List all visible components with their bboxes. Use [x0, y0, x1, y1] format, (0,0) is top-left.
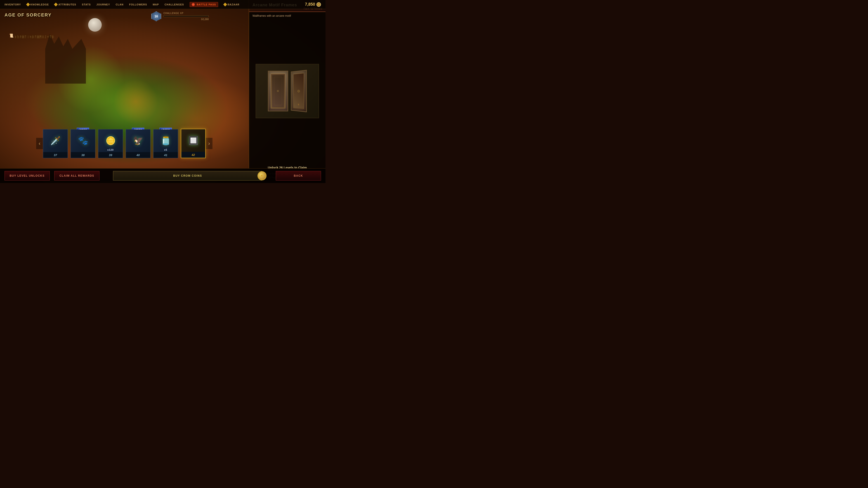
nav-inventory[interactable]: INVENTORY: [4, 3, 21, 6]
card-quantity-41: x5: [164, 149, 167, 151]
attributes-diamond-icon: [54, 2, 58, 6]
nav-items-left: INVENTORY KNOWLEDGE ATTRIBUTES STATS JOU…: [4, 2, 239, 7]
card-item-41: 🫙: [161, 136, 171, 145]
card-item-38: 🐾: [78, 136, 88, 145]
card-number-41: 41: [153, 152, 178, 158]
knowledge-diamond-icon: [26, 2, 30, 6]
nav-inventory-label: INVENTORY: [4, 3, 21, 6]
nav-map-label: MAP: [153, 3, 159, 6]
title-text: AGE OF SORCERY: [4, 12, 52, 18]
card-quantity-39: x120: [107, 149, 114, 151]
card-image-42: 🔲: [181, 129, 205, 152]
card-item-40: 🦅: [133, 136, 143, 145]
nav-right: 7,850: [305, 2, 321, 7]
rewards-next-arrow[interactable]: ›: [206, 138, 213, 149]
wall-panel-left: ✦: [268, 71, 288, 111]
card-image-38: 🐾: [71, 129, 95, 152]
card-image-40: 🦅: [126, 129, 150, 152]
nav-journey-label: JOURNEY: [96, 3, 110, 6]
reward-card-42[interactable]: 🔒 🔲 42: [181, 129, 206, 158]
nav-battlepass[interactable]: BATTLE PASS: [190, 2, 218, 7]
back-label: BACK: [294, 174, 303, 177]
card-number-38: 38: [71, 152, 95, 158]
nav-knowledge[interactable]: KNOWLEDGE: [27, 3, 49, 6]
currency-display: 7,850: [305, 2, 321, 7]
nav-clan[interactable]: CLAN: [116, 3, 124, 6]
card-number-40: 40: [126, 152, 150, 158]
xp-text: 0/1,000: [163, 18, 209, 21]
wall-panel-right: ⚙ 𝕾: [291, 70, 307, 112]
buy-crom-button[interactable]: BUY CROM COINS ✦: [113, 171, 262, 181]
level-badge: 16: [151, 11, 161, 21]
nav-stats-label: STATS: [82, 3, 91, 6]
nav-bazaar[interactable]: BAZAAR: [224, 3, 239, 6]
reward-card-39[interactable]: 🔒 🪙 x120 39: [98, 129, 123, 158]
nav-bazaar-label: BAZAAR: [228, 3, 239, 6]
nav-challenges[interactable]: CHALLENGES: [164, 3, 184, 6]
item-3d-render: ✦ ⚙ 𝕾: [256, 64, 319, 118]
rune-text: ᚦᚢᚹᛞᛏᛁᛋᛒᚩᛞᛗᚷᛇᛜᛠᛒ: [15, 35, 55, 39]
crom-coin-icon: ✦: [257, 171, 267, 180]
item-description: Wallframes with an arcane motif: [249, 12, 326, 20]
level-number: 16: [154, 14, 158, 18]
xp-bar-container: [163, 15, 209, 17]
nav-followers[interactable]: FOLLOWERS: [129, 3, 147, 6]
reward-card-40[interactable]: 🔒 FREE** 🦅 40: [126, 129, 151, 158]
nav-battlepass-label: BATTLE PASS: [197, 3, 216, 6]
nav-knowledge-label: KNOWLEDGE: [31, 3, 49, 6]
buy-level-label: BUY LEVEL UNLOCKS: [9, 174, 44, 177]
card-image-41: 🫙 x5: [153, 129, 178, 152]
claim-rewards-button[interactable]: CLAIM ALL REWARDS: [54, 171, 99, 181]
nav-clan-label: CLAN: [116, 3, 124, 6]
page-title: AGE OF SORCERY: [4, 12, 52, 18]
reward-card-38[interactable]: 🔒 FREE** 🐾 38: [70, 129, 95, 158]
reward-card-41[interactable]: 🔒 FREE** 🫙 x5 41: [153, 129, 178, 158]
reward-card-37[interactable]: 🔒 🗡️ 37: [43, 129, 68, 158]
item-image-area: ✦ ⚙ 𝕾: [249, 20, 326, 162]
card-item-39: 🪙: [105, 136, 116, 145]
xp-section: CHALLENGE XP 0/1,000: [163, 12, 209, 21]
battlepass-icon: [192, 3, 195, 6]
claim-rewards-label: CLAIM ALL REWARDS: [59, 174, 94, 177]
card-number-42: 42: [181, 152, 205, 158]
nav-challenges-label: CHALLENGES: [164, 3, 184, 6]
bottom-bar: BUY LEVEL UNLOCKS CLAIM ALL REWARDS BUY …: [0, 168, 326, 183]
currency-amount: 7,850: [305, 2, 315, 7]
card-item-42: 🔲: [188, 136, 198, 145]
rewards-strip: ‹ 🔒 🗡️ 37 🔒 FREE** 🐾 38 🔒: [0, 127, 249, 160]
xp-label: CHALLENGE XP: [163, 12, 209, 14]
wall-frame-visual: ✦ ⚙ 𝕾: [268, 71, 307, 111]
nav-map[interactable]: MAP: [153, 3, 159, 6]
nav-followers-label: FOLLOWERS: [129, 3, 147, 6]
card-image-37: 🗡️: [43, 129, 68, 152]
rewards-prev-arrow[interactable]: ‹: [36, 138, 43, 149]
currency-icon: [316, 2, 321, 7]
card-number-37: 37: [43, 152, 68, 158]
bazaar-diamond-icon: [223, 2, 227, 6]
scroll-icon: 📜: [9, 33, 13, 38]
buy-crom-label: BUY CROM COINS: [173, 174, 202, 177]
card-item-37: 🗡️: [51, 136, 61, 145]
back-button[interactable]: BACK: [276, 171, 321, 181]
card-image-39: 🪙 x120: [98, 129, 123, 152]
card-number-39: 39: [98, 152, 123, 158]
nav-attributes[interactable]: ATTRIBUTES: [55, 3, 76, 6]
right-panel: Arcane Motif Frames Rank 42 Reward Wallf…: [249, 0, 326, 183]
nav-stats[interactable]: STATS: [82, 3, 91, 6]
top-navigation: INVENTORY KNOWLEDGE ATTRIBUTES STATS JOU…: [0, 0, 326, 9]
cards-container: 🔒 🗡️ 37 🔒 FREE** 🐾 38 🔒 🪙 x120: [43, 127, 206, 160]
challenge-xp-area: 16 CHALLENGE XP 0/1,000: [151, 11, 209, 21]
buy-level-button[interactable]: BUY LEVEL UNLOCKS: [4, 171, 50, 181]
nav-journey[interactable]: JOURNEY: [96, 3, 110, 6]
nav-attributes-label: ATTRIBUTES: [58, 3, 76, 6]
